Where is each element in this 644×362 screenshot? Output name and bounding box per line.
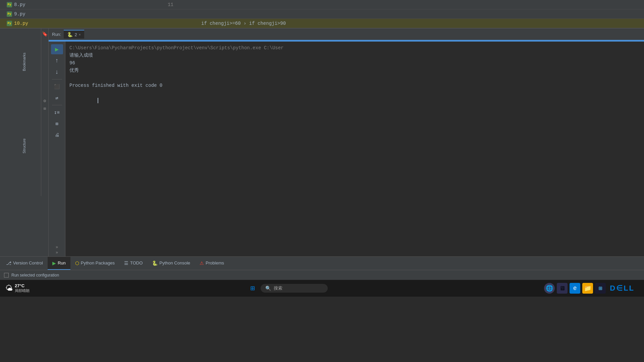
run-config-checkbox[interactable]: [4, 273, 9, 278]
sort-icon: ↧≡: [54, 110, 60, 115]
more-icon-2: »: [56, 250, 58, 255]
tab-python-packages[interactable]: ⬡ Python Packages: [70, 257, 119, 270]
dell-branding: D∈LL: [610, 284, 641, 293]
taskbar-app-last[interactable]: ⊞: [595, 283, 606, 294]
tab-todo-label: TODO: [130, 260, 143, 265]
run-tab-name: 2: [74, 32, 77, 37]
run-button[interactable]: ▶: [51, 44, 63, 54]
windows-logo-icon: ⊞: [251, 284, 255, 293]
scroll-down-button[interactable]: ↓: [51, 67, 63, 77]
tab-version-control[interactable]: ⎇ Version Control: [1, 257, 48, 270]
py-file-icon-9: Py: [7, 11, 12, 17]
file-name-8py: 8.py: [14, 2, 25, 7]
cursor: [98, 98, 98, 103]
status-bar: Run selected configuration: [0, 270, 644, 280]
more-icon-1: »: [56, 245, 58, 250]
file-line-8py: 11: [164, 2, 198, 7]
output-blank: [69, 74, 640, 82]
pin-icon: ⊞: [55, 121, 58, 127]
weather-widget[interactable]: 🌤 27°C 局部晴朗: [3, 282, 32, 295]
output-cursor-line: [69, 89, 640, 112]
file-row-9py[interactable]: Py 9.py: [0, 9, 644, 19]
file-breadcrumb-10py: if chengji>=60 › if chengji>90: [198, 21, 644, 26]
tab-todo[interactable]: ☰ TODO: [119, 257, 147, 270]
bookmark-icon: 🔖: [42, 31, 48, 37]
toolbar-sep-1: [52, 79, 62, 79]
output-exit-msg: Process finished with exit code 0: [69, 82, 640, 89]
bottom-tabs: ⎇ Version Control ▶ Run ⬡ Python Package…: [0, 256, 644, 270]
run-tab-icon: ▶: [52, 260, 56, 266]
grid-icon: ⊞: [44, 106, 46, 111]
taskbar-app-2[interactable]: 🖥: [557, 283, 568, 294]
toolbar-more[interactable]: » »: [56, 245, 58, 255]
tab-run[interactable]: ▶ Run: [48, 257, 70, 270]
py-file-icon-10: Py: [7, 21, 12, 26]
taskbar-system-icons: 🌐 🖥 e 📁 ⊞: [541, 283, 608, 294]
output-input: 96: [69, 59, 640, 67]
arrow-down-icon: ↓: [55, 69, 59, 75]
print-button[interactable]: 🖨: [51, 130, 63, 140]
weather-temp: 27°C: [15, 283, 30, 288]
python-console-icon: 🐍: [152, 260, 158, 266]
taskbar-app-1[interactable]: 🌐: [544, 283, 555, 294]
stop-button[interactable]: ⬛: [51, 81, 63, 92]
print-icon: 🖨: [55, 132, 59, 138]
run-tab-2[interactable]: 🐍 2 ×: [64, 30, 84, 39]
tab-python-console-label: Python Console: [159, 260, 190, 265]
run-toolbar: ▶ ↑ ↓ ⬛ ⇄ ↧≡ ⊞: [49, 42, 65, 256]
output-result: 优秀: [69, 67, 640, 74]
left-sidebar: 🔖 Bookmarks ⚙ ⊞ Structure: [0, 28, 49, 256]
toolbar-sep-2: [52, 105, 62, 105]
windows-start-button[interactable]: ⊞: [246, 282, 259, 295]
arrow-up-icon: ↑: [55, 57, 59, 64]
taskbar-search[interactable]: 🔍 搜索: [261, 284, 328, 293]
taskbar: 🌤 27°C 局部晴朗 ⊞ 🔍 搜索 🌐 🖥 e 📁 ⊞: [0, 280, 644, 297]
status-text: Run selected configuration: [11, 273, 59, 278]
app-last-icon: ⊞: [599, 285, 602, 292]
python-packages-icon: ⬡: [75, 260, 79, 266]
bookmarks-section[interactable]: 🔖 Bookmarks: [0, 28, 48, 96]
weather-text: 27°C 局部晴朗: [15, 283, 30, 293]
taskbar-edge[interactable]: e: [570, 283, 580, 294]
version-control-icon: ⎇: [6, 260, 11, 266]
run-tab-python-icon: 🐍: [67, 32, 73, 37]
run-body: ▶ ↑ ↓ ⬛ ⇄ ↧≡ ⊞: [49, 42, 644, 256]
structure-section[interactable]: ⚙ ⊞ Structure: [0, 96, 48, 196]
pin-button[interactable]: ⊞: [51, 119, 63, 129]
sort-button[interactable]: ↧≡: [51, 107, 63, 117]
tab-problems-label: Problems: [206, 260, 224, 265]
file-tree: Py 8.py 11 Py 9.py Py 10.py if chengji>=…: [0, 0, 644, 28]
structure-icon: ⚙: [44, 98, 46, 104]
structure-label[interactable]: Structure: [22, 138, 26, 154]
search-icon: 🔍: [265, 286, 271, 291]
taskbar-folder[interactable]: 📁: [582, 283, 593, 294]
rerun-button[interactable]: ⇄: [51, 93, 63, 103]
scroll-up-button[interactable]: ↑: [51, 56, 63, 66]
todo-icon: ☰: [124, 260, 128, 266]
run-label: Run:: [52, 32, 61, 37]
weather-desc: 局部晴朗: [15, 288, 30, 293]
run-output[interactable]: C:\Users\Fiona\PycharmProjects\pythonPro…: [65, 42, 644, 256]
tab-version-control-label: Version Control: [13, 260, 43, 265]
output-command: C:\Users\Fiona\PycharmProjects\pythonPro…: [69, 44, 640, 52]
run-tab-header: Run: 🐍 2 ×: [49, 28, 644, 41]
problems-icon: ⚠: [200, 260, 204, 266]
app-2-icon: 🖥: [559, 285, 565, 292]
tab-problems[interactable]: ⚠ Problems: [195, 257, 229, 270]
tab-python-console[interactable]: 🐍 Python Console: [147, 257, 195, 270]
py-file-icon: Py: [7, 2, 12, 7]
run-tab-close[interactable]: ×: [79, 33, 81, 37]
dell-label: D∈LL: [610, 284, 635, 292]
bookmarks-label[interactable]: Bookmarks: [22, 53, 26, 71]
file-row-8py[interactable]: Py 8.py 11: [0, 0, 644, 9]
file-name-9py: 9.py: [14, 11, 25, 17]
folder-icon: 📁: [584, 285, 591, 292]
file-name-10py: 10.py: [14, 21, 28, 26]
run-panel: Run: 🐍 2 × ▶ ↑ ↓: [49, 28, 644, 256]
run-play-icon: ▶: [55, 46, 59, 53]
edge-icon: e: [573, 285, 577, 292]
file-row-10py[interactable]: Py 10.py if chengji>=60 › if chengji>90: [0, 19, 644, 28]
stop-icon: ⬛: [54, 84, 60, 89]
output-prompt: 请输入成绩: [69, 52, 640, 59]
app-1-icon: 🌐: [546, 285, 553, 292]
